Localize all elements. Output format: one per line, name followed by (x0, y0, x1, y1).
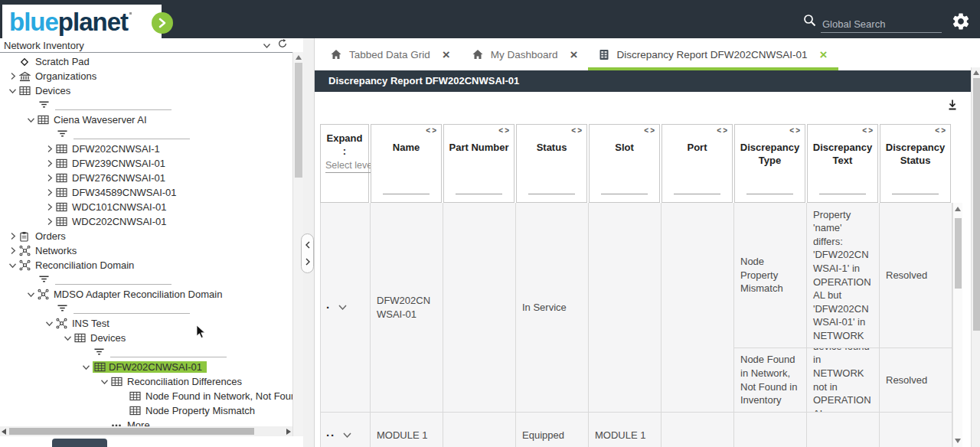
tree-item-ciena-waveserver-ai[interactable]: Ciena Waveserver AI (0, 113, 292, 127)
refresh-icon[interactable] (277, 38, 288, 52)
column-header-port[interactable]: <>Port (662, 124, 733, 203)
column-resize-icons[interactable]: <> (517, 125, 586, 135)
chevron-right-icon[interactable] (6, 72, 19, 80)
expand-level-select[interactable]: Select level (325, 160, 373, 173)
grid-icon (56, 202, 70, 212)
tree-item-devices[interactable]: Devices (0, 331, 292, 345)
tab-discrepancy-report-dfw202cnwsai-01[interactable]: Discrepancy Report DFW202CNWSAI-01× (588, 38, 838, 70)
filter-input[interactable] (74, 129, 190, 139)
bottom-clipped-button[interactable] (52, 439, 107, 447)
download-icon[interactable] (946, 99, 959, 114)
chevron-down-icon[interactable] (80, 364, 93, 370)
column-header-part-number[interactable]: <>Part Number (443, 124, 514, 203)
tab-close-icon[interactable]: × (820, 48, 828, 61)
chevron-right-icon[interactable] (43, 217, 56, 226)
filter-icon[interactable] (38, 274, 50, 286)
column-filter-input[interactable] (819, 194, 865, 194)
chevron-right-icon[interactable] (43, 145, 56, 153)
cell-part-number (443, 413, 516, 447)
tree-item-dfw239cnwsai-01[interactable]: DFW239CNWSAI-01 (0, 156, 292, 171)
column-resize-icons[interactable]: <> (590, 125, 659, 135)
column-filter-input[interactable] (383, 194, 429, 194)
column-resize-icons[interactable]: <> (808, 125, 877, 135)
chevron-right-icon[interactable] (43, 174, 56, 182)
column-header-discrepancy-text[interactable]: <>Discrepancy Text (807, 124, 878, 203)
column-filter-input[interactable] (674, 194, 720, 194)
tree-item-mdso-adapter-reconciliation-domain[interactable]: MDSO Adapter Reconciliation Domain (0, 287, 292, 302)
tab-my-dashboard[interactable]: My Dashboard× (461, 38, 589, 70)
column-filter-input[interactable] (601, 194, 647, 194)
page-vertical-scrollbar[interactable] (971, 67, 980, 447)
chevron-down-icon[interactable] (24, 117, 38, 123)
column-resize-icons[interactable]: <> (735, 125, 805, 135)
chevron-down-icon[interactable] (24, 292, 38, 298)
tree-item-reconciliation-domain[interactable]: Reconciliation Domain (0, 258, 292, 272)
filter-icon[interactable] (57, 303, 68, 315)
filter-input[interactable] (55, 275, 172, 285)
chevron-down-icon[interactable] (61, 335, 74, 341)
column-label: Name (371, 142, 441, 155)
column-filter-input[interactable] (528, 194, 574, 194)
filter-icon[interactable] (93, 347, 105, 359)
tree-item-networks[interactable]: Networks (0, 243, 292, 258)
global-search-input[interactable] (821, 17, 942, 33)
collapse-right-icon[interactable] (305, 255, 311, 269)
tree-item-dfw202cnwsai-01[interactable]: DFW202CNWSAI-01 (0, 360, 292, 374)
tree-item-wdc101cnwsai-01[interactable]: WDC101CNWSAI-01 (0, 200, 292, 214)
gear-icon[interactable] (951, 11, 971, 31)
column-header-discrepancy-status[interactable]: <>Discrepancy Status (880, 124, 951, 203)
collapse-left-icon[interactable] (305, 238, 311, 252)
tree-item-dfw276cnwsai-01[interactable]: DFW276CNWSAI-01 (0, 171, 292, 185)
chevron-right-icon[interactable] (6, 232, 19, 240)
tree-item-scratch-pad[interactable]: Scratch Pad (0, 54, 292, 69)
chevron-down-icon[interactable] (263, 38, 271, 52)
column-resize-icons[interactable]: <> (444, 125, 514, 135)
tab-tabbed-data-grid[interactable]: Tabbed Data Grid× (319, 38, 461, 70)
row-expand-chevron-icon[interactable] (342, 429, 352, 442)
column-resize-icons[interactable]: <> (371, 125, 441, 135)
tree-horizontal-scrollbar[interactable] (0, 426, 292, 436)
tree-item-organizations[interactable]: Organizations (0, 69, 292, 83)
chevron-right-icon[interactable] (43, 188, 56, 197)
expand-cell[interactable]: ·· (320, 413, 371, 447)
column-resize-icons[interactable]: <> (662, 125, 732, 135)
filter-icon[interactable] (57, 129, 68, 141)
filter-input[interactable] (74, 304, 190, 314)
column-header-name[interactable]: <>Name (371, 124, 442, 203)
chevron-down-icon[interactable] (43, 321, 56, 327)
tree-item-devices[interactable]: Devices (0, 83, 292, 98)
filter-icon[interactable] (38, 100, 50, 112)
tab-close-icon[interactable]: × (443, 48, 450, 61)
column-resize-icons[interactable]: <> (880, 125, 950, 135)
chevron-down-icon[interactable] (6, 263, 19, 269)
tree-item-dfw34589cnwsai-01[interactable]: DFW34589CNWSAI-01 (0, 185, 292, 200)
column-filter-input[interactable] (746, 194, 792, 194)
tree-item-ins-test[interactable]: INS Test (0, 316, 292, 331)
tree-item-node-found-in-network-not-found-in-i[interactable]: Node Found in Network, Not Found in I (0, 389, 292, 403)
chevron-right-icon[interactable] (43, 159, 56, 168)
splitter-handle[interactable] (301, 233, 314, 273)
filter-input[interactable] (110, 347, 227, 357)
tab-close-icon[interactable]: × (570, 48, 578, 61)
chevron-down-icon[interactable] (98, 379, 111, 385)
chevron-right-icon[interactable] (43, 203, 56, 211)
tree-item-label: Devices (88, 332, 126, 344)
tree-item-reconciliation-differences[interactable]: Reconciliation Differences (0, 374, 292, 389)
cell-part-number (443, 203, 516, 413)
column-header-status[interactable]: <>Status (516, 124, 587, 203)
grid-vertical-scrollbar[interactable] (952, 203, 962, 447)
tree-item-wdc202cnwsai-01[interactable]: WDC202CNWSAI-01 (0, 214, 292, 229)
column-header-discrepancy-type[interactable]: <>Discrepancy Type (734, 124, 805, 203)
filter-input[interactable] (55, 100, 172, 110)
column-filter-input[interactable] (892, 194, 938, 194)
chevron-right-icon[interactable] (6, 246, 19, 255)
tree-item-orders[interactable]: Orders (0, 229, 292, 243)
column-header-slot[interactable]: <>Slot (589, 124, 660, 203)
cell-discrepancy-text: Property 'name' differs: 'DFW202CNWSAI-1… (807, 203, 880, 348)
tree-item-node-property-mismatch[interactable]: Node Property Mismatch (0, 403, 292, 418)
row-expand-chevron-icon[interactable] (338, 301, 348, 315)
tree-item-dfw202cnwsai-1[interactable]: DFW202CNWSAI-1 (0, 142, 292, 156)
expand-cell[interactable]: · (320, 203, 371, 413)
chevron-down-icon[interactable] (6, 88, 19, 94)
column-filter-input[interactable] (456, 194, 501, 194)
